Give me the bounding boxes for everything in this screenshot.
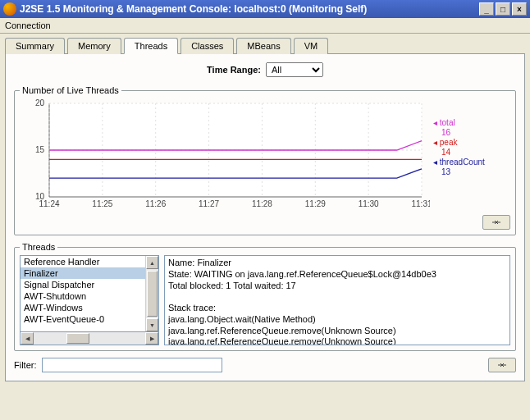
svg-text:20: 20 [35, 98, 45, 107]
svg-text:15: 15 [35, 145, 45, 154]
thread-list-hscroll[interactable]: ◀ ▶ [20, 332, 159, 345]
tab-classes[interactable]: Classes [180, 38, 234, 54]
legend-peak-label: peak [440, 138, 458, 147]
time-range-select[interactable]: All [266, 62, 323, 77]
scroll-left-icon[interactable]: ◀ [21, 332, 34, 345]
svg-text:11:29: 11:29 [305, 199, 326, 208]
scroll-down-icon[interactable]: ▼ [146, 318, 158, 331]
tab-threads[interactable]: Threads [124, 38, 178, 54]
legend-total-label: total [440, 118, 455, 127]
svg-text:11:27: 11:27 [199, 199, 219, 208]
tab-memory[interactable]: Memory [67, 38, 121, 54]
svg-text:11:25: 11:25 [92, 199, 112, 208]
legend-threadcount-label: threadCount [440, 158, 485, 167]
legend-total-value: 16 [433, 128, 486, 138]
legend-peak-value: 14 [433, 148, 486, 158]
threads-legend: Threads [20, 242, 57, 252]
chart-fieldset: Number of Live Threads 10152011:2411:251… [14, 85, 516, 235]
svg-text:11:31: 11:31 [411, 199, 430, 208]
thread-listbox[interactable]: Reference HandlerFinalizerSignal Dispatc… [20, 255, 159, 332]
list-item[interactable]: Reference Handler [21, 256, 145, 267]
threads-fieldset: Threads Reference HandlerFinalizerSignal… [14, 242, 516, 351]
maximize-button[interactable]: □ [496, 2, 510, 16]
title-bar: J2SE 1.5 Monitoring & Management Console… [0, 0, 530, 18]
tab-summary[interactable]: Summary [5, 38, 65, 54]
list-item[interactable]: AWT-Shutdown [21, 290, 145, 302]
collapse-icon [491, 218, 501, 226]
time-range-row: Time Range: All [14, 62, 516, 77]
svg-text:11:26: 11:26 [145, 199, 166, 208]
chart-legend: ◂ total 16 ◂ peak 14 ◂ threadCount 13 [430, 118, 486, 177]
live-threads-chart: 10152011:2411:2511:2611:2711:2811:2911:3… [20, 98, 430, 213]
minimize-button[interactable]: _ [479, 2, 494, 16]
java-cup-icon [3, 2, 16, 16]
svg-text:11:24: 11:24 [39, 199, 59, 208]
tab-vm[interactable]: VM [294, 38, 329, 54]
hscroll-thumb[interactable] [66, 333, 89, 344]
menu-bar: Connection [0, 18, 530, 34]
collapse-icon [497, 361, 507, 369]
filter-label: Filter: [14, 360, 37, 370]
chart-title: Number of Live Threads [20, 85, 121, 95]
filter-collapse-button[interactable] [488, 358, 516, 372]
window-title: J2SE 1.5 Monitoring & Management Console… [20, 3, 479, 15]
list-item[interactable]: AWT-EventQueue-0 [21, 313, 145, 325]
list-item[interactable]: Signal Dispatcher [21, 279, 145, 290]
time-range-label: Time Range: [207, 65, 261, 75]
close-button[interactable]: × [512, 2, 527, 16]
tabstrip: Summary Memory Threads Classes MBeans VM [5, 37, 525, 53]
list-item[interactable]: AWT-Windows [21, 302, 145, 313]
scroll-up-icon[interactable]: ▲ [146, 256, 158, 269]
thread-detail: Name: FinalizerState: WAITING on java.la… [164, 255, 510, 345]
thread-list-wrap: Reference HandlerFinalizerSignal Dispatc… [20, 255, 159, 345]
scroll-right-icon[interactable]: ▶ [145, 332, 158, 345]
thread-list-vscroll[interactable]: ▲ ▼ [145, 256, 158, 331]
menu-connection[interactable]: Connection [5, 21, 51, 30]
tab-panel-threads: Time Range: All Number of Live Threads 1… [5, 53, 525, 381]
svg-text:11:30: 11:30 [359, 199, 379, 208]
chart-collapse-button[interactable] [482, 215, 510, 230]
legend-threadcount-value: 13 [433, 167, 486, 177]
filter-input[interactable] [42, 358, 222, 372]
scroll-thumb[interactable] [147, 271, 158, 317]
filter-row: Filter: [14, 358, 516, 372]
svg-text:11:28: 11:28 [252, 199, 272, 208]
list-item[interactable]: Finalizer [21, 267, 145, 279]
tab-mbeans[interactable]: MBeans [236, 38, 290, 54]
